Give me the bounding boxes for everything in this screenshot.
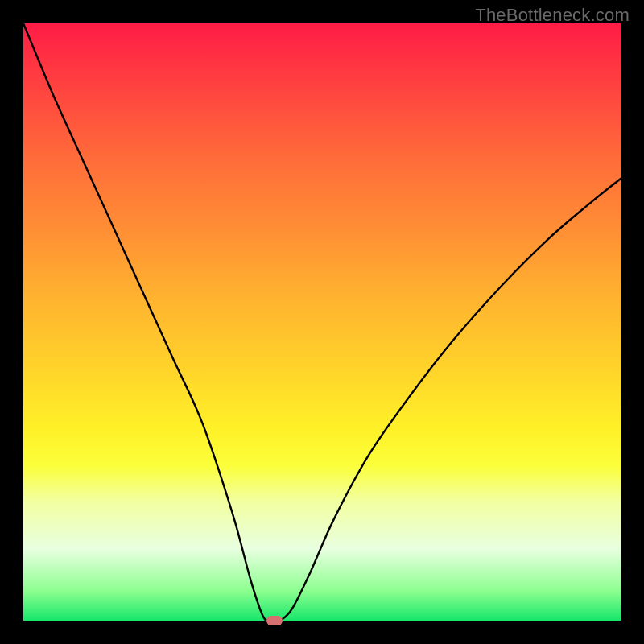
optimum-marker <box>266 616 283 625</box>
bottleneck-curve <box>23 23 621 621</box>
watermark-text: TheBottleneck.com <box>475 5 630 26</box>
chart-frame: TheBottleneck.com <box>0 0 644 644</box>
plot-area <box>23 23 621 621</box>
